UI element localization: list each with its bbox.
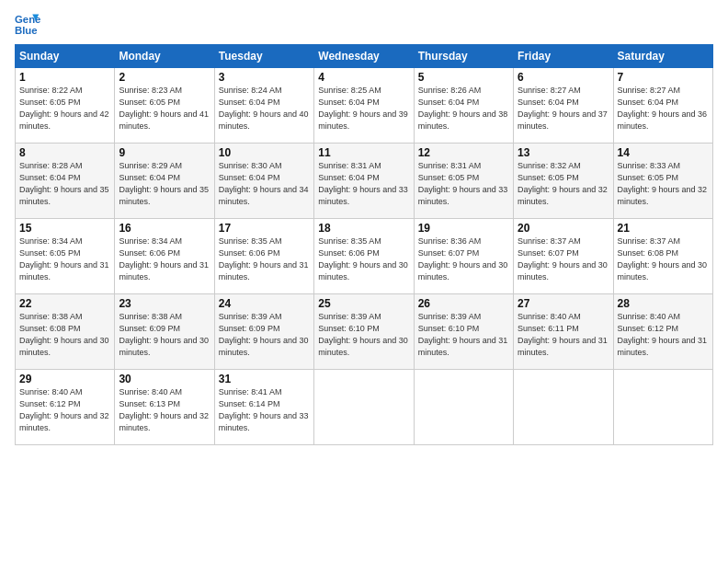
calendar-cell: 15Sunrise: 8:34 AMSunset: 6:05 PMDayligh… [16, 219, 115, 294]
calendar-header-row: SundayMondayTuesdayWednesdayThursdayFrid… [16, 45, 713, 68]
calendar-cell: 12Sunrise: 8:31 AMSunset: 6:05 PMDayligh… [414, 144, 513, 219]
calendar-header-thursday: Thursday [414, 45, 513, 68]
calendar-cell: 16Sunrise: 8:34 AMSunset: 6:06 PMDayligh… [115, 219, 214, 294]
day-number: 29 [19, 373, 110, 385]
calendar-cell [314, 370, 414, 445]
day-info: Sunrise: 8:39 AMSunset: 6:10 PMDaylight:… [418, 311, 509, 359]
day-number: 1 [19, 71, 110, 84]
day-number: 4 [318, 71, 409, 84]
day-info: Sunrise: 8:33 AMSunset: 6:05 PMDaylight:… [618, 160, 709, 208]
day-number: 21 [618, 222, 709, 235]
calendar-cell: 14Sunrise: 8:33 AMSunset: 6:05 PMDayligh… [613, 144, 712, 219]
calendar-table: SundayMondayTuesdayWednesdayThursdayFrid… [15, 44, 713, 445]
day-number: 31 [219, 373, 310, 385]
logo-icon: General Blue [15, 11, 40, 37]
calendar-cell: 23Sunrise: 8:38 AMSunset: 6:09 PMDayligh… [115, 294, 214, 370]
day-number: 2 [119, 71, 210, 84]
calendar-cell [613, 370, 712, 445]
day-number: 16 [119, 222, 210, 235]
day-number: 27 [518, 297, 609, 310]
day-info: Sunrise: 8:40 AMSunset: 6:11 PMDaylight:… [518, 311, 609, 359]
day-info: Sunrise: 8:35 AMSunset: 6:06 PMDaylight:… [219, 236, 310, 283]
day-info: Sunrise: 8:23 AMSunset: 6:05 PMDaylight:… [119, 85, 210, 132]
day-info: Sunrise: 8:37 AMSunset: 6:08 PMDaylight:… [618, 236, 709, 283]
calendar-cell [514, 370, 613, 445]
day-info: Sunrise: 8:36 AMSunset: 6:07 PMDaylight:… [418, 236, 509, 283]
calendar-cell: 19Sunrise: 8:36 AMSunset: 6:07 PMDayligh… [414, 219, 513, 294]
day-info: Sunrise: 8:28 AMSunset: 6:04 PMDaylight:… [19, 160, 110, 208]
calendar-week-row: 22Sunrise: 8:38 AMSunset: 6:08 PMDayligh… [16, 294, 713, 370]
calendar-cell: 27Sunrise: 8:40 AMSunset: 6:11 PMDayligh… [514, 294, 613, 370]
calendar-header-saturday: Saturday [613, 45, 712, 68]
svg-text:Blue: Blue [15, 25, 38, 36]
day-number: 20 [518, 222, 609, 235]
day-number: 23 [119, 297, 210, 310]
day-info: Sunrise: 8:40 AMSunset: 6:13 PMDaylight:… [119, 386, 210, 434]
day-number: 24 [219, 297, 310, 310]
day-number: 9 [119, 146, 210, 159]
day-info: Sunrise: 8:39 AMSunset: 6:09 PMDaylight:… [219, 311, 310, 359]
calendar-cell: 8Sunrise: 8:28 AMSunset: 6:04 PMDaylight… [16, 144, 115, 219]
day-info: Sunrise: 8:27 AMSunset: 6:04 PMDaylight:… [518, 85, 609, 132]
day-number: 12 [418, 146, 509, 159]
day-info: Sunrise: 8:39 AMSunset: 6:10 PMDaylight:… [318, 311, 409, 359]
day-number: 5 [418, 71, 509, 84]
calendar-cell: 20Sunrise: 8:37 AMSunset: 6:07 PMDayligh… [514, 219, 613, 294]
day-number: 13 [518, 146, 609, 159]
day-info: Sunrise: 8:31 AMSunset: 6:04 PMDaylight:… [318, 160, 409, 208]
calendar-header-sunday: Sunday [16, 45, 115, 68]
day-info: Sunrise: 8:40 AMSunset: 6:12 PMDaylight:… [618, 311, 709, 359]
calendar-cell: 28Sunrise: 8:40 AMSunset: 6:12 PMDayligh… [613, 294, 712, 370]
calendar-cell: 31Sunrise: 8:41 AMSunset: 6:14 PMDayligh… [214, 370, 313, 445]
day-info: Sunrise: 8:30 AMSunset: 6:04 PMDaylight:… [219, 160, 310, 208]
day-number: 17 [219, 222, 310, 235]
calendar-week-row: 8Sunrise: 8:28 AMSunset: 6:04 PMDaylight… [16, 144, 713, 219]
calendar-week-row: 29Sunrise: 8:40 AMSunset: 6:12 PMDayligh… [16, 370, 713, 445]
day-info: Sunrise: 8:29 AMSunset: 6:04 PMDaylight:… [119, 160, 210, 208]
calendar-cell: 2Sunrise: 8:23 AMSunset: 6:05 PMDaylight… [115, 68, 214, 144]
calendar-week-row: 15Sunrise: 8:34 AMSunset: 6:05 PMDayligh… [16, 219, 713, 294]
day-number: 30 [119, 373, 210, 385]
day-number: 15 [19, 222, 110, 235]
day-info: Sunrise: 8:41 AMSunset: 6:14 PMDaylight:… [219, 386, 310, 434]
calendar-header-wednesday: Wednesday [314, 45, 414, 68]
day-number: 6 [518, 71, 609, 84]
day-info: Sunrise: 8:31 AMSunset: 6:05 PMDaylight:… [418, 160, 509, 208]
calendar-cell: 17Sunrise: 8:35 AMSunset: 6:06 PMDayligh… [214, 219, 313, 294]
day-number: 14 [618, 146, 709, 159]
calendar-cell: 10Sunrise: 8:30 AMSunset: 6:04 PMDayligh… [214, 144, 313, 219]
calendar-cell: 7Sunrise: 8:27 AMSunset: 6:04 PMDaylight… [613, 68, 712, 144]
day-number: 3 [219, 71, 310, 84]
calendar-cell: 24Sunrise: 8:39 AMSunset: 6:09 PMDayligh… [214, 294, 313, 370]
day-info: Sunrise: 8:34 AMSunset: 6:05 PMDaylight:… [19, 236, 110, 283]
calendar-cell [414, 370, 513, 445]
calendar-cell: 18Sunrise: 8:35 AMSunset: 6:06 PMDayligh… [314, 219, 414, 294]
logo: General Blue [15, 11, 44, 37]
calendar-cell: 6Sunrise: 8:27 AMSunset: 6:04 PMDaylight… [514, 68, 613, 144]
day-number: 18 [318, 222, 409, 235]
day-number: 28 [618, 297, 709, 310]
calendar-cell: 26Sunrise: 8:39 AMSunset: 6:10 PMDayligh… [414, 294, 513, 370]
calendar-header-tuesday: Tuesday [214, 45, 313, 68]
day-info: Sunrise: 8:37 AMSunset: 6:07 PMDaylight:… [518, 236, 609, 283]
day-number: 26 [418, 297, 509, 310]
calendar-cell: 3Sunrise: 8:24 AMSunset: 6:04 PMDaylight… [214, 68, 313, 144]
calendar-cell: 4Sunrise: 8:25 AMSunset: 6:04 PMDaylight… [314, 68, 414, 144]
day-info: Sunrise: 8:26 AMSunset: 6:04 PMDaylight:… [418, 85, 509, 132]
calendar-cell: 21Sunrise: 8:37 AMSunset: 6:08 PMDayligh… [613, 219, 712, 294]
calendar-cell: 13Sunrise: 8:32 AMSunset: 6:05 PMDayligh… [514, 144, 613, 219]
day-info: Sunrise: 8:40 AMSunset: 6:12 PMDaylight:… [19, 386, 110, 434]
calendar-cell: 1Sunrise: 8:22 AMSunset: 6:05 PMDaylight… [16, 68, 115, 144]
calendar-header-monday: Monday [115, 45, 214, 68]
day-number: 19 [418, 222, 509, 235]
calendar-week-row: 1Sunrise: 8:22 AMSunset: 6:05 PMDaylight… [16, 68, 713, 144]
calendar-cell: 29Sunrise: 8:40 AMSunset: 6:12 PMDayligh… [16, 370, 115, 445]
page-container: General Blue SundayMondayTuesdayWednesda… [0, 0, 728, 563]
day-number: 8 [19, 146, 110, 159]
calendar-cell: 25Sunrise: 8:39 AMSunset: 6:10 PMDayligh… [314, 294, 414, 370]
day-info: Sunrise: 8:32 AMSunset: 6:05 PMDaylight:… [518, 160, 609, 208]
day-info: Sunrise: 8:34 AMSunset: 6:06 PMDaylight:… [119, 236, 210, 283]
day-number: 25 [318, 297, 409, 310]
day-number: 22 [19, 297, 110, 310]
day-info: Sunrise: 8:38 AMSunset: 6:08 PMDaylight:… [19, 311, 110, 359]
